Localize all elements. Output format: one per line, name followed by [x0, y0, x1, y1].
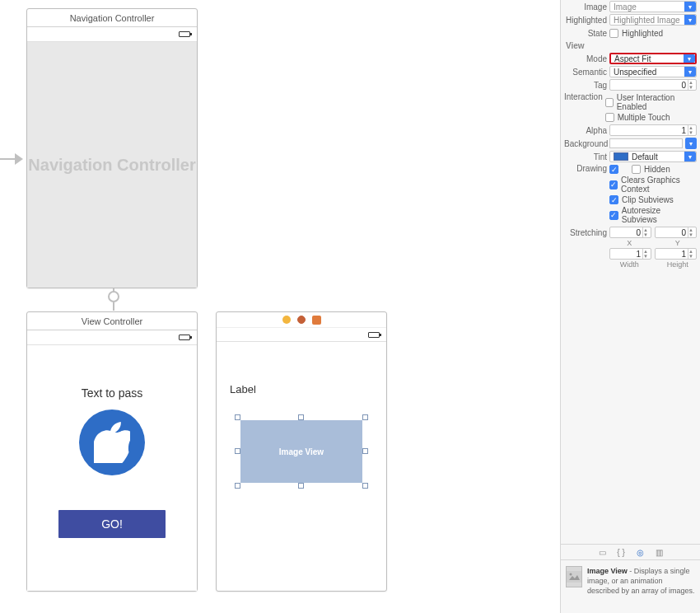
chevron-down-icon: ▾ — [684, 67, 696, 77]
exit-icon[interactable] — [312, 316, 321, 325]
chevron-down-icon: ▾ — [684, 54, 695, 63]
chevron-down-icon: ▾ — [684, 2, 696, 12]
first-responder-icon[interactable] — [297, 316, 306, 324]
highlighted-checkbox[interactable] — [609, 29, 618, 38]
chevron-down-icon: ▾ — [684, 152, 696, 161]
label: Semantic — [564, 68, 607, 77]
stretch-x-stepper[interactable]: 0▲▼ — [609, 227, 651, 238]
resize-handle[interactable] — [235, 483, 240, 489]
label: Interaction — [564, 92, 603, 101]
label: Tint — [564, 152, 607, 161]
label: State — [564, 29, 607, 38]
scene-title: Navigation Controller — [27, 9, 197, 27]
svg-rect-0 — [567, 571, 581, 583]
status-bar — [27, 27, 197, 42]
label: Alpha — [564, 126, 607, 135]
chevron-down-icon: ▾ — [684, 15, 696, 25]
highlighted-image-combo[interactable]: Highlighted Image ▾ — [609, 14, 697, 26]
status-bar — [217, 327, 386, 342]
multiple-touch-checkbox[interactable] — [605, 113, 614, 122]
status-bar — [27, 330, 197, 345]
chevron-down-icon[interactable]: ▾ — [685, 138, 697, 149]
svg-point-1 — [570, 573, 572, 576]
mode-dropdown[interactable]: Aspect Fit ▾ — [609, 53, 697, 64]
file-template-tab-icon[interactable]: ▭ — [597, 547, 608, 558]
resize-handle[interactable] — [362, 483, 368, 489]
resize-handle[interactable] — [298, 414, 304, 420]
stretch-width-stepper[interactable]: 1▲▼ — [609, 248, 651, 260]
label[interactable]: Label — [230, 383, 378, 395]
battery-icon — [179, 31, 190, 37]
library-description: Image View - Displays a single image, or… — [561, 561, 700, 613]
resize-handle[interactable] — [298, 483, 304, 489]
media-library-tab-icon[interactable]: ▥ — [654, 547, 665, 558]
label: Background — [564, 139, 607, 148]
label: Tag — [564, 81, 607, 90]
resize-handle[interactable] — [362, 448, 368, 454]
resize-handle[interactable] — [235, 448, 240, 454]
go-button[interactable]: GO! — [58, 510, 166, 538]
scene-title: View Controller — [27, 312, 197, 330]
tint-dropdown[interactable]: Default ▾ — [609, 151, 697, 162]
autoresize-subviews-checkbox[interactable]: ✓ — [609, 211, 618, 220]
label: Drawing — [564, 164, 607, 173]
label: Highlighted — [564, 16, 607, 25]
opaque-checkbox[interactable]: ✓ — [609, 165, 618, 174]
user-interaction-checkbox[interactable] — [605, 98, 614, 107]
background-color-well[interactable] — [609, 138, 683, 148]
navigation-controller-scene[interactable]: Navigation Controller Navigation Control… — [26, 8, 198, 288]
selected-image-view[interactable]: Image View — [236, 415, 367, 488]
clip-subviews-checkbox[interactable]: ✓ — [609, 195, 618, 204]
apple-logo-image[interactable] — [79, 409, 145, 475]
view-controller-scene-2[interactable]: Label Image View — [216, 311, 387, 592]
library-tab-strip: ▭ { } ◎ ▥ — [561, 544, 700, 560]
clears-graphics-checkbox[interactable]: ✓ — [609, 180, 618, 190]
alpha-stepper[interactable]: 1 ▲▼ — [609, 124, 697, 136]
hidden-checkbox[interactable] — [632, 165, 641, 174]
section-header: View — [561, 40, 700, 52]
label: Stretching — [564, 228, 607, 237]
tint-swatch — [614, 152, 628, 161]
storyboard-canvas[interactable]: Navigation Controller Navigation Control… — [0, 0, 560, 613]
stretch-height-stepper[interactable]: 1▲▼ — [655, 248, 697, 260]
attributes-inspector: Image Image ▾ Highlighted Highlighted Im… — [560, 0, 700, 613]
entry-point-arrow — [0, 153, 23, 165]
nav-controller-placeholder: Navigation Controller — [28, 156, 195, 175]
label: Mode — [564, 54, 607, 63]
battery-icon — [368, 332, 380, 338]
resize-handle[interactable] — [362, 414, 368, 420]
image-combo[interactable]: Image ▾ — [609, 1, 697, 12]
label: Image — [564, 2, 607, 12]
view-controller-scene-1[interactable]: View Controller Text to pass GO! — [26, 311, 198, 592]
object-library-tab-icon[interactable]: ◎ — [635, 547, 646, 558]
semantic-dropdown[interactable]: Unspecified ▾ — [609, 66, 697, 77]
tag-stepper[interactable]: 0 ▲▼ — [609, 79, 697, 91]
code-snippet-tab-icon[interactable]: { } — [616, 547, 627, 558]
stretch-y-stepper[interactable]: 0▲▼ — [655, 227, 697, 238]
resize-handle[interactable] — [235, 414, 240, 420]
text-to-pass-label[interactable]: Text to pass — [82, 386, 143, 400]
root-segue[interactable] — [105, 288, 122, 313]
scene-header-objects[interactable] — [217, 312, 386, 327]
image-view-thumb-icon — [566, 566, 582, 587]
vc-object-icon[interactable] — [282, 316, 291, 324]
battery-icon — [179, 335, 190, 340]
apple-icon — [94, 422, 130, 463]
